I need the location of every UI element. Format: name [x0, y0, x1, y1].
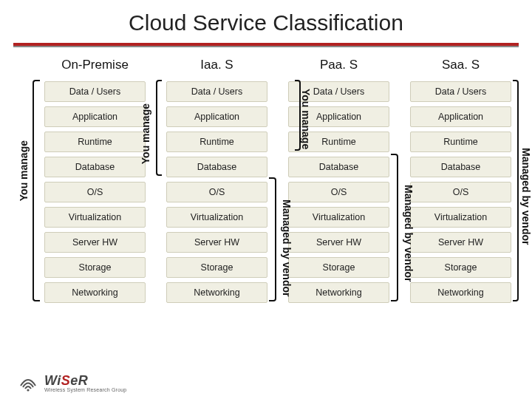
layer-cell: Storage: [288, 257, 389, 278]
layer-cell: Storage: [44, 257, 146, 278]
model-column: Iaa. SData / UsersApplicationRuntimeData…: [166, 58, 267, 303]
label-paas-you: You manage: [300, 89, 312, 149]
footer-brand: WiSeR: [44, 374, 126, 387]
model-title: Iaa. S: [200, 58, 233, 75]
footer-subtitle: Wireless System Research Group: [44, 387, 126, 392]
layer-cell: Storage: [410, 257, 511, 278]
layer-cell: Runtime: [410, 132, 511, 152]
page-title: Cloud Service Classification: [0, 0, 532, 43]
bracket-iaas-vendor: [269, 177, 276, 301]
layer-cell: Database: [166, 157, 267, 177]
bracket-iaas-you: [156, 80, 162, 176]
layer-cell: Database: [410, 157, 511, 177]
model-title: On-Premise: [61, 58, 129, 75]
layer-cell: Virtualization: [44, 207, 146, 228]
layer-cell: Application: [166, 106, 267, 127]
layer-cell: Runtime: [44, 132, 146, 152]
layer-cell: Application: [410, 106, 511, 127]
layer-cell: O/S: [44, 182, 146, 202]
model-column: Saa. SData / UsersApplicationRuntimeData…: [410, 58, 511, 303]
layer-cell: O/S: [166, 182, 267, 202]
layer-cell: Server HW: [288, 232, 389, 253]
layer-cell: O/S: [288, 182, 389, 202]
layer-cell: Networking: [410, 282, 511, 303]
label-iaas-you: You manage: [140, 103, 151, 164]
label-paas-vendor: Managed by vendor: [403, 185, 415, 282]
bracket-paas-vendor: [391, 154, 398, 301]
layer-cell: Server HW: [44, 232, 146, 253]
layer-cell: Database: [44, 157, 146, 177]
svg-point-0: [27, 389, 29, 391]
label-iaas-vendor: Managed by vendor: [281, 200, 293, 296]
model-column: On-PremiseData / UsersApplicationRuntime…: [44, 58, 146, 303]
layer-cell: Virtualization: [166, 207, 267, 228]
label-onprem-you: You manage: [18, 140, 30, 201]
layer-cell: Database: [288, 157, 389, 177]
bracket-onprem-you: [33, 80, 40, 301]
model-title: Saa. S: [442, 58, 480, 75]
layer-cell: Data / Users: [44, 81, 146, 102]
title-underline: [13, 43, 519, 46]
layer-cell: Networking: [44, 282, 146, 303]
layer-cell: O/S: [410, 182, 511, 202]
layer-stack: Data / UsersApplicationRuntimeDatabaseO/…: [166, 81, 267, 303]
layer-cell: Server HW: [410, 232, 511, 253]
layer-cell: Storage: [166, 257, 267, 278]
label-saas-vendor: Managed by vendor: [520, 148, 532, 245]
layer-cell: Application: [44, 106, 146, 127]
layer-stack: Data / UsersApplicationRuntimeDatabaseO/…: [410, 81, 511, 303]
wifi-icon: [18, 372, 38, 393]
bracket-saas-vendor: [513, 80, 519, 301]
layer-cell: Data / Users: [166, 81, 267, 102]
layer-cell: Networking: [288, 282, 389, 303]
layer-cell: Networking: [166, 282, 267, 303]
layer-stack: Data / UsersApplicationRuntimeDatabaseO/…: [44, 81, 146, 303]
layer-cell: Runtime: [166, 132, 267, 152]
footer-logo: WiSeR Wireless System Research Group: [18, 372, 126, 393]
layer-cell: Virtualization: [410, 207, 511, 228]
layer-cell: Server HW: [166, 232, 267, 253]
layer-cell: Virtualization: [288, 207, 389, 228]
model-title: Paa. S: [320, 58, 358, 75]
classification-chart: On-PremiseData / UsersApplicationRuntime…: [0, 52, 532, 303]
layer-cell: Data / Users: [410, 81, 511, 102]
